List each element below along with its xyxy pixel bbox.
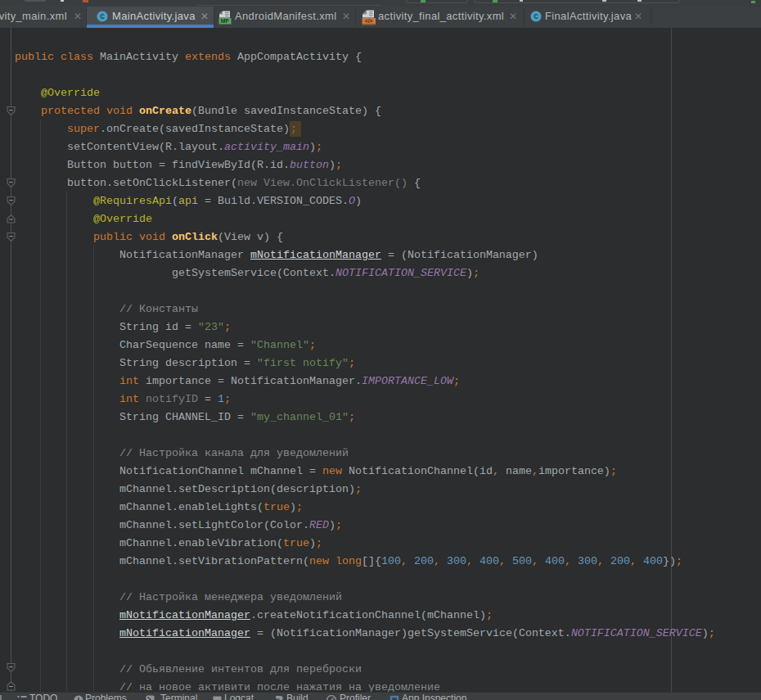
svg-text:C: C xyxy=(534,12,538,21)
svg-text:MF: MF xyxy=(221,18,230,24)
svg-text:C: C xyxy=(100,12,105,21)
svg-text:</>: </> xyxy=(365,18,373,24)
